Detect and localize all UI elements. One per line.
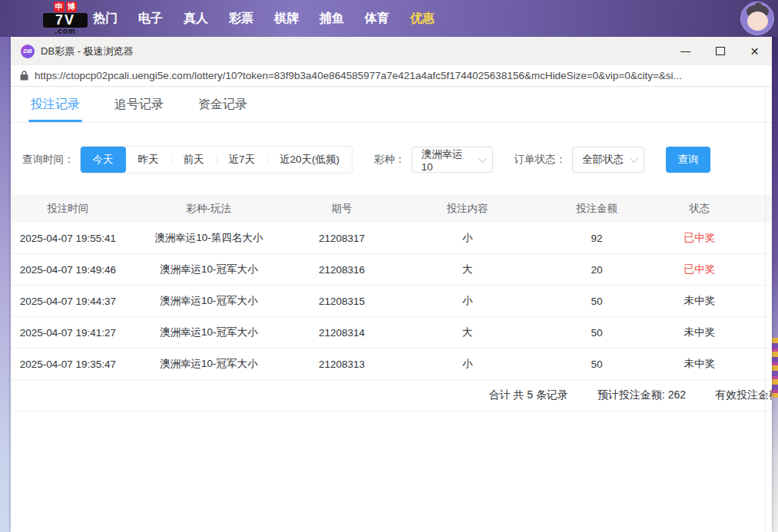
cell-issue: 21208317 (293, 233, 392, 244)
time-filter-label: 查询时间： (22, 153, 74, 167)
cell-status: 已中奖 (650, 263, 749, 276)
time-option[interactable]: 昨天 (126, 147, 171, 173)
cell-game-play: 澳洲幸运10-冠军大小 (125, 357, 293, 371)
nav-item[interactable]: 热门 (93, 11, 118, 27)
logo-badge-right: 博 (66, 2, 77, 12)
cell-issue: 21208316 (293, 264, 392, 276)
maximize-button[interactable] (703, 37, 737, 65)
time-option[interactable]: 今天 (81, 147, 126, 173)
table-row: 2025-04-07 19:41:27澳洲幸运10-冠军大小21208314大5… (11, 317, 772, 349)
logo-badge-left: 申 (54, 2, 65, 12)
lottery-filter-label: 彩种： (374, 153, 406, 167)
time-option[interactable]: 近20天(低频) (267, 147, 352, 173)
nav-item[interactable]: 电子 (138, 11, 163, 27)
avatar-face (747, 12, 768, 31)
column-header: 期号 (293, 202, 392, 216)
nav-item[interactable]: 体育 (365, 11, 389, 27)
cell-bet-content: 大 (391, 263, 543, 276)
tab-item[interactable]: 资金记录 (198, 87, 247, 122)
table-row: 2025-04-07 19:49:46澳洲幸运10-冠军大小21208316大2… (11, 254, 772, 286)
cell-bet-time: 2025-04-07 19:44:37 (11, 296, 125, 307)
window-titlebar: DB DB彩票 - 极速浏览器 — ✕ (11, 37, 772, 65)
user-avatar[interactable] (740, 2, 774, 35)
close-button[interactable]: ✕ (737, 37, 772, 65)
maximize-icon (716, 47, 725, 55)
nav-item[interactable]: 彩票 (229, 11, 253, 27)
bet-record-table: 投注时间彩种-玩法期号投注内容投注金额状态 2025-04-07 19:55:4… (11, 195, 772, 411)
nav-item[interactable]: 真人 (184, 11, 208, 27)
nav-item[interactable]: 优惠 (410, 11, 435, 27)
status-select-value: 全部状态 (582, 153, 624, 167)
summary-item: 预计投注金额: 262 (598, 388, 686, 402)
cell-bet-content: 小 (391, 231, 543, 245)
summary-row: 合计 共 5 条记录预计投注金额: 262有效投注金额 (11, 380, 772, 411)
column-header: 彩种-玩法 (125, 202, 293, 216)
summary-item: 合计 共 5 条记录 (488, 388, 568, 402)
column-header: 投注金额 (544, 202, 651, 216)
window-title: DB彩票 - 极速浏览器 (41, 45, 134, 58)
cell-status: 已中奖 (650, 231, 749, 245)
summary-item: 有效投注金额 (715, 388, 772, 402)
close-icon: ✕ (750, 45, 760, 58)
lottery-select[interactable]: 澳洲幸运10 (412, 147, 493, 173)
column-header: 投注时间 (11, 202, 125, 216)
nav-item[interactable]: 棋牌 (274, 11, 299, 27)
search-button[interactable]: 查询 (666, 147, 710, 173)
cell-bet-amount: 50 (544, 359, 651, 370)
table-body: 2025-04-07 19:55:41澳洲幸运10-第四名大小21208317小… (11, 223, 772, 380)
window-scrollbar[interactable] (765, 87, 772, 532)
browser-favicon: DB (21, 45, 35, 58)
address-bar[interactable]: https://ctopcp02pcali.uengi5e.com/lotter… (11, 65, 772, 87)
tab-item[interactable]: 追号记录 (114, 87, 164, 122)
site-topbar: 申 博 7V .com 热门电子真人彩票棋牌捕鱼体育优惠 (0, 0, 778, 37)
cell-status: 未中奖 (650, 294, 749, 308)
filter-bar: 查询时间： 今天昨天前天近7天近20天(低频) 彩种： 澳洲幸运10 订单状态：… (22, 146, 772, 173)
record-tabs: 投注记录追号记录资金记录 (11, 87, 772, 123)
site-logo[interactable]: 申 博 7V .com (43, 2, 88, 35)
nav-item[interactable]: 捕鱼 (319, 11, 344, 27)
table-header: 投注时间彩种-玩法期号投注内容投注金额状态 (11, 195, 772, 223)
logo-main-text: 7V (43, 13, 88, 28)
cell-status: 未中奖 (650, 357, 749, 371)
page-backdrop-right-strip (771, 37, 778, 532)
top-nav: 热门电子真人彩票棋牌捕鱼体育优惠 (93, 0, 435, 37)
table-row: 2025-04-07 19:44:37澳洲幸运10-冠军大小21208315小5… (11, 286, 772, 317)
status-filter-label: 订单状态： (515, 153, 567, 167)
time-option[interactable]: 近7天 (217, 147, 268, 173)
cell-status: 未中奖 (650, 325, 749, 339)
cell-bet-time: 2025-04-07 19:55:41 (11, 233, 125, 244)
time-filter-group: 今天昨天前天近7天近20天(低频) (80, 146, 353, 173)
cell-bet-content: 小 (391, 357, 543, 371)
page-backdrop-fragment (771, 338, 778, 398)
column-header: 投注内容 (391, 202, 543, 216)
lock-icon (20, 71, 28, 81)
chevron-down-icon (478, 154, 486, 163)
time-option[interactable]: 前天 (171, 147, 217, 173)
page-content: 投注记录追号记录资金记录 查询时间： 今天昨天前天近7天近20天(低频) 彩种：… (11, 87, 772, 532)
lottery-select-value: 澳洲幸运10 (422, 147, 472, 173)
order-status-select[interactable]: 全部状态 (572, 147, 644, 173)
window-controls: — ✕ (668, 37, 772, 65)
cell-game-play: 澳洲幸运10-冠军大小 (125, 325, 293, 339)
cell-bet-amount: 92 (544, 233, 651, 244)
minimize-button[interactable]: — (668, 37, 703, 65)
cell-issue: 21208314 (293, 327, 392, 339)
cell-bet-amount: 50 (544, 327, 651, 339)
minimize-icon: — (680, 45, 690, 57)
tab-item[interactable]: 投注记录 (31, 87, 80, 122)
browser-window: DB DB彩票 - 极速浏览器 — ✕ https://ctopcp02pcal… (11, 37, 772, 532)
cell-bet-time: 2025-04-07 19:35:47 (11, 359, 125, 370)
table-row: 2025-04-07 19:55:41澳洲幸运10-第四名大小21208317小… (11, 223, 772, 254)
cell-game-play: 澳洲幸运10-冠军大小 (125, 294, 293, 308)
cell-bet-amount: 50 (544, 296, 651, 307)
column-header: 状态 (650, 202, 749, 216)
chevron-down-icon (630, 154, 638, 163)
cell-bet-amount: 20 (544, 264, 651, 276)
cell-issue: 21208315 (293, 296, 392, 307)
logo-sub-text: .com (43, 28, 88, 35)
cell-bet-time: 2025-04-07 19:49:46 (11, 264, 125, 276)
cell-issue: 21208313 (293, 359, 392, 370)
url-text: https://ctopcp02pcali.uengi5e.com/lotter… (35, 70, 763, 81)
table-row: 2025-04-07 19:35:47澳洲幸运10-冠军大小21208313小5… (11, 349, 772, 380)
cell-bet-time: 2025-04-07 19:41:27 (11, 327, 125, 339)
